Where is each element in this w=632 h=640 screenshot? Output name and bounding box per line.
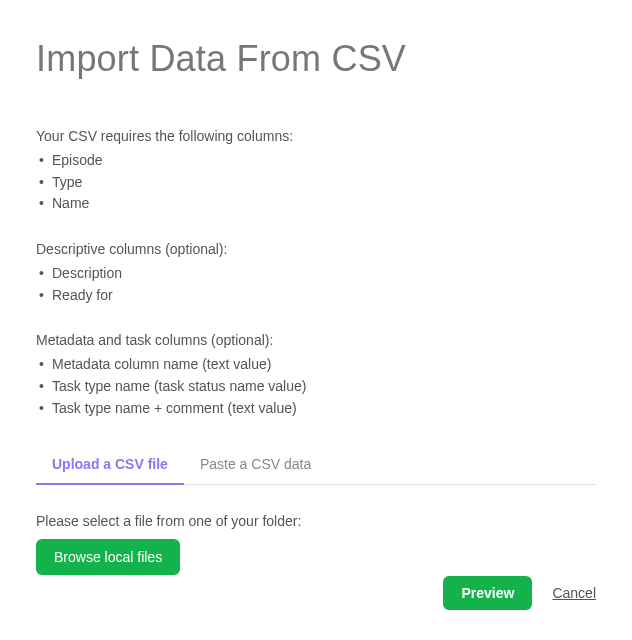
- metadata-columns-section: Metadata and task columns (optional): Me…: [36, 332, 596, 419]
- required-columns-label: Your CSV requires the following columns:: [36, 128, 596, 144]
- file-select-prompt: Please select a file from one of your fo…: [36, 513, 596, 529]
- required-columns-section: Your CSV requires the following columns:…: [36, 128, 596, 215]
- list-item: Name: [36, 193, 596, 215]
- list-item: Task type name (task status name value): [36, 376, 596, 398]
- descriptive-columns-section: Descriptive columns (optional): Descript…: [36, 241, 596, 306]
- metadata-columns-label: Metadata and task columns (optional):: [36, 332, 596, 348]
- preview-button[interactable]: Preview: [443, 576, 532, 610]
- page-title: Import Data From CSV: [36, 38, 596, 80]
- descriptive-columns-list: Description Ready for: [36, 263, 596, 306]
- required-columns-list: Episode Type Name: [36, 150, 596, 215]
- descriptive-columns-label: Descriptive columns (optional):: [36, 241, 596, 257]
- cancel-link[interactable]: Cancel: [552, 585, 596, 601]
- list-item: Type: [36, 172, 596, 194]
- metadata-columns-list: Metadata column name (text value) Task t…: [36, 354, 596, 419]
- list-item: Task type name + comment (text value): [36, 398, 596, 420]
- list-item: Metadata column name (text value): [36, 354, 596, 376]
- dialog-footer: Preview Cancel: [443, 576, 596, 610]
- browse-local-files-button[interactable]: Browse local files: [36, 539, 180, 575]
- list-item: Description: [36, 263, 596, 285]
- import-tabs: Upload a CSV file Paste a CSV data: [36, 446, 596, 485]
- tab-upload-csv[interactable]: Upload a CSV file: [36, 446, 184, 484]
- tab-paste-csv[interactable]: Paste a CSV data: [184, 446, 327, 484]
- list-item: Episode: [36, 150, 596, 172]
- list-item: Ready for: [36, 285, 596, 307]
